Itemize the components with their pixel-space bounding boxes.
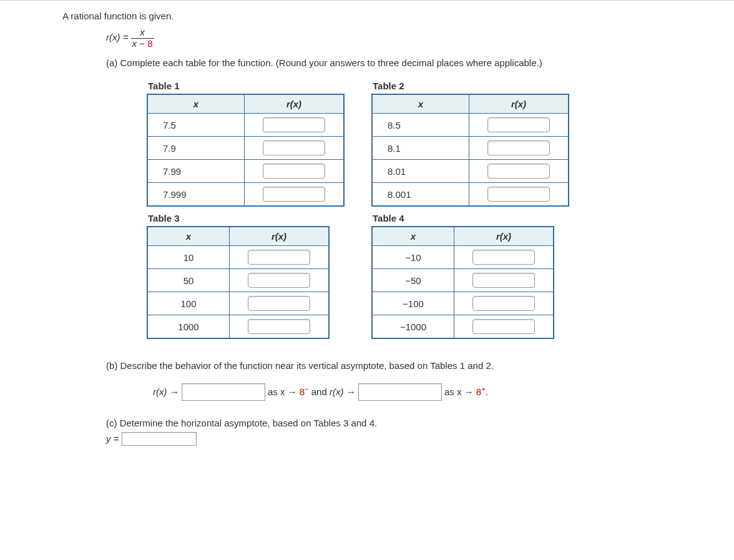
table2-x-0: 8.5	[372, 114, 469, 137]
table2-col-x: x	[372, 94, 469, 114]
table3: x r(x) 10 50 100 1000	[147, 226, 330, 339]
table3-x-1: 50	[147, 269, 230, 292]
table4-ans-1[interactable]	[472, 273, 535, 288]
table3-col-x: x	[147, 227, 230, 246]
table2: x r(x) 8.5 8.1 8.01 8.001	[371, 94, 569, 207]
table1-x-2: 7.99	[147, 160, 245, 183]
table4: x r(x) −10 −50 −100 −1000	[371, 226, 554, 339]
table1-x-0: 7.5	[147, 114, 245, 137]
part-c-text: (c) Determine the horizontal asymptote, …	[106, 418, 734, 428]
table4-col-rx: r(x)	[454, 227, 554, 246]
table1-ans-0[interactable]	[263, 117, 325, 132]
table3-ans-0[interactable]	[248, 250, 310, 265]
c-label: y =	[106, 433, 119, 444]
b-sup-1: −	[305, 385, 308, 393]
table3-x-0: 10	[147, 246, 230, 269]
table2-x-3: 8.001	[372, 183, 469, 207]
table2-col-rx: r(x)	[469, 94, 569, 114]
table1-ans-2[interactable]	[263, 164, 325, 179]
table1-title: Table 1	[148, 81, 371, 91]
table1-ans-1[interactable]	[263, 140, 325, 155]
table1: x r(x) 7.5 7.9 7.99 7.999	[147, 94, 345, 207]
table3-ans-2[interactable]	[248, 296, 310, 311]
table4-col-x: x	[372, 227, 454, 246]
table3-x-3: 1000	[147, 315, 230, 339]
part-b-text: (b) Describe the behavior of the functio…	[106, 360, 734, 371]
b-input-1[interactable]	[182, 383, 265, 401]
b-and: and	[311, 386, 330, 397]
b-post-2a: as x →	[444, 386, 476, 397]
table2-ans-2[interactable]	[487, 164, 550, 179]
table4-title: Table 4	[373, 213, 596, 224]
table2-ans-3[interactable]	[487, 187, 550, 202]
b-post-2b: 8	[476, 386, 481, 397]
b-post-1b: 8	[300, 386, 305, 397]
table4-x-1: −50	[372, 269, 454, 292]
b-pre-2: r(x) →	[330, 386, 356, 397]
table3-x-2: 100	[147, 292, 230, 315]
table2-ans-0[interactable]	[487, 117, 550, 132]
table3-ans-3[interactable]	[248, 319, 310, 334]
table3-title: Table 3	[148, 213, 371, 224]
table3-ans-1[interactable]	[248, 273, 310, 288]
table4-ans-2[interactable]	[472, 296, 535, 311]
b-pre-1: r(x) →	[153, 386, 179, 397]
table2-title: Table 2	[373, 81, 596, 91]
table2-x-2: 8.01	[372, 160, 469, 183]
table2-ans-1[interactable]	[487, 140, 550, 155]
table4-x-3: −1000	[372, 315, 454, 339]
table3-col-rx: r(x)	[230, 227, 330, 246]
table4-ans-3[interactable]	[472, 319, 535, 334]
part-b-inputs: r(x) → as x → 8− and r(x) → as x → 8+.	[153, 378, 734, 403]
table4-x-2: −100	[372, 292, 454, 315]
part-a-text: (a) Complete each table for the function…	[106, 57, 734, 68]
c-input[interactable]	[122, 432, 197, 446]
b-post-1a: as x →	[268, 386, 300, 397]
table4-ans-0[interactable]	[472, 250, 535, 265]
b-period: .	[486, 386, 488, 397]
table1-x-3: 7.999	[147, 183, 245, 207]
table1-col-rx: r(x)	[245, 94, 345, 114]
table2-x-1: 8.1	[372, 137, 469, 160]
table1-ans-3[interactable]	[263, 187, 325, 202]
intro-text: A rational function is given.	[62, 11, 734, 21]
table1-col-x: x	[147, 94, 245, 114]
function-definition: r(x) = x x − 8	[106, 27, 734, 49]
b-input-2[interactable]	[358, 383, 442, 401]
table1-x-1: 7.9	[147, 137, 245, 160]
table4-x-0: −10	[372, 246, 454, 269]
